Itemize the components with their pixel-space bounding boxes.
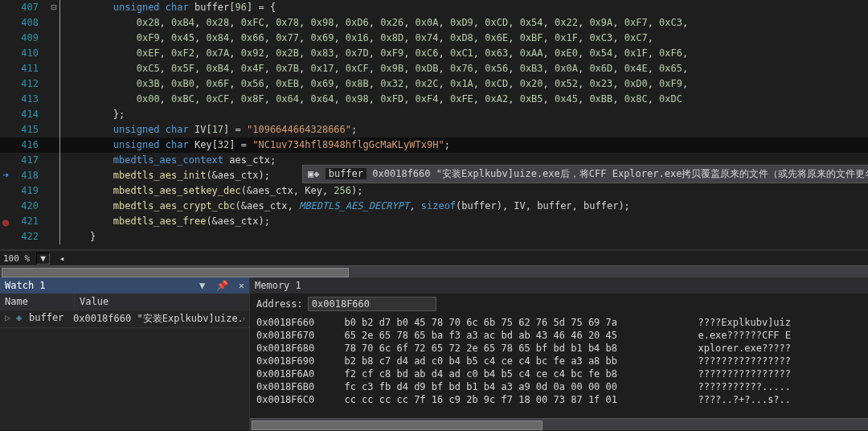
line-number: 412 [0, 76, 48, 92]
code-line[interactable]: 419 mbedtls_aes_setkey_dec(&aes_ctx, Key… [0, 183, 868, 199]
change-bar [59, 76, 65, 92]
code-line[interactable]: 411 0xC5, 0x5F, 0xB4, 0x4F, 0x7B, 0x17, … [0, 61, 868, 76]
code-line[interactable]: 409 0xF9, 0x45, 0x84, 0x66, 0x77, 0x69, … [0, 31, 868, 46]
line-number: 415 [0, 122, 48, 138]
watch-title-bar[interactable]: Watch 1 ▼ 📌 ✕ [0, 277, 249, 293]
zoom-dropdown[interactable]: ▼ [36, 252, 50, 265]
zoom-bar: 100 % ▼ ◂ [0, 250, 868, 265]
memory-row: 0x0018F680 78 70 6c 6f 72 65 72 2e 65 78… [256, 342, 862, 355]
line-number: 408 [0, 15, 48, 31]
hover-tooltip: ▣◈ buffer 0x0018f660 "安装Explkubv]uize.ex… [302, 165, 868, 183]
fold-icon[interactable]: ⊟ [48, 0, 59, 15]
code-line[interactable]: 410 0xEF, 0xF2, 0x7A, 0x92, 0x2B, 0x83, … [0, 46, 868, 61]
code-text: mbedtls_aes_crypt_cbc(&aes_ctx, MBEDTLS_… [65, 199, 868, 214]
line-number: 416 [0, 138, 48, 153]
watch-title: Watch 1 [5, 280, 46, 291]
code-line[interactable]: 415 unsigned char IV[17] = "109664466432… [0, 122, 868, 138]
line-number: 407 [0, 0, 48, 15]
expand-icon[interactable]: ▷ [5, 312, 16, 326]
line-number: 419 [0, 183, 48, 199]
close-icon[interactable]: ✕ [239, 280, 244, 291]
line-number: 414 [0, 107, 48, 122]
change-bar [59, 153, 65, 168]
memory-scrollbar[interactable] [250, 418, 868, 430]
dropdown-icon[interactable]: ▼ [199, 280, 205, 291]
watch-empty-row[interactable] [0, 327, 249, 430]
watch-var-name: buffer [29, 312, 73, 326]
code-text: 0xF9, 0x45, 0x84, 0x66, 0x77, 0x69, 0x16… [65, 31, 868, 46]
memory-scrollbar-thumb[interactable] [252, 421, 542, 430]
code-text: } [65, 229, 868, 244]
fold-icon [48, 31, 59, 46]
code-line[interactable]: 412 0x3B, 0xB0, 0x6F, 0x56, 0xEB, 0x69, … [0, 76, 868, 92]
code-text: mbedtls_aes_free(&aes_ctx); [65, 214, 868, 229]
change-bar [59, 183, 65, 199]
pin-icon[interactable]: 📌 [216, 280, 228, 291]
code-editor[interactable]: 407⊟ unsigned char buffer[96] = {408 0x2… [0, 0, 868, 250]
address-input[interactable] [308, 297, 436, 311]
line-number: 409 [0, 31, 48, 46]
memory-title-bar[interactable]: Memory 1 [250, 277, 868, 293]
fold-icon [48, 107, 59, 122]
change-bar [59, 107, 65, 122]
scroll-left-icon[interactable]: ◂ [56, 253, 68, 264]
fold-icon [48, 76, 59, 92]
watch-var-value: 0x0018f660 "安装Explkubv]uize.exe后，将 [73, 312, 244, 326]
fold-icon [48, 92, 59, 107]
fold-icon [48, 168, 59, 183]
memory-row: 0x0018F690 b2 b8 c7 d4 ad c0 b4 b5 c4 ce… [256, 355, 862, 367]
fold-icon [48, 15, 59, 31]
watch-panel: Watch 1 ▼ 📌 ✕ Name Value ▷ ◈ buffer 0x00… [0, 277, 250, 430]
code-line[interactable]: 421 mbedtls_aes_free(&aes_ctx); [0, 214, 868, 229]
scrollbar-thumb[interactable] [2, 268, 349, 277]
line-number: 413 [0, 92, 48, 107]
tooltip-icon: ▣◈ [308, 168, 319, 179]
fold-icon [48, 61, 59, 76]
code-text: unsigned char Key[32] = "NC1uv734hfl8948… [65, 138, 868, 153]
code-text: 0xEF, 0xF2, 0x7A, 0x92, 0x2B, 0x83, 0x7D… [65, 46, 868, 61]
change-bar [59, 199, 65, 214]
change-bar [59, 61, 65, 76]
memory-dump[interactable]: 0x0018F660 b0 b2 d7 b0 45 78 70 6c 6b 75… [250, 314, 868, 418]
breakpoint-icon[interactable]: ● [0, 216, 11, 228]
fold-icon [48, 199, 59, 214]
line-number: 411 [0, 61, 48, 76]
change-bar [59, 168, 65, 183]
memory-panel: Memory 1 Address: 0x0018F660 b0 b2 d7 b0… [250, 277, 868, 430]
zoom-level: 100 % [0, 253, 33, 264]
line-number: 417 [0, 153, 48, 168]
code-text: unsigned char IV[17] = "1096644664328666… [65, 122, 868, 138]
code-line[interactable]: 407⊟ unsigned char buffer[96] = { [0, 0, 868, 15]
memory-title: Memory 1 [255, 280, 301, 291]
watch-col-value[interactable]: Value [75, 293, 113, 310]
watch-row[interactable]: ▷ ◈ buffer 0x0018f660 "安装Explkubv]uize.e… [0, 310, 249, 327]
fold-icon [48, 153, 59, 168]
watch-col-name[interactable]: Name [0, 293, 75, 310]
code-line[interactable]: 414 }; [0, 107, 868, 122]
change-bar [59, 15, 65, 31]
code-line[interactable]: 422 } [0, 229, 868, 244]
line-number: 420 [0, 199, 48, 214]
line-number: 410 [0, 46, 48, 61]
code-line[interactable]: 420 mbedtls_aes_crypt_cbc(&aes_ctx, MBED… [0, 199, 868, 214]
change-bar [59, 31, 65, 46]
change-bar [59, 229, 65, 244]
code-text: 0x28, 0xB4, 0x28, 0xFC, 0x78, 0x98, 0xD6… [65, 15, 868, 31]
code-line[interactable]: 408 0x28, 0xB4, 0x28, 0xFC, 0x78, 0x98, … [0, 15, 868, 31]
tooltip-value: 0x0018f660 "安装Explkubv]uize.exe后，将CFF Ex… [372, 168, 868, 179]
fold-icon [48, 138, 59, 153]
code-line[interactable]: 416 unsigned char Key[32] = "NC1uv734hfl… [0, 138, 868, 153]
change-bar [59, 214, 65, 229]
address-label: Address: [256, 298, 303, 310]
change-bar [59, 122, 65, 138]
fold-icon [48, 183, 59, 199]
code-text: 0x00, 0xBC, 0xCF, 0x8F, 0x64, 0x64, 0x98… [65, 92, 868, 107]
change-bar [59, 0, 65, 15]
code-line[interactable]: 413 0x00, 0xBC, 0xCF, 0x8F, 0x64, 0x64, … [0, 92, 868, 107]
horizontal-scrollbar[interactable] [0, 265, 868, 277]
memory-row: 0x0018F660 b0 b2 d7 b0 45 78 70 6c 6b 75… [256, 316, 862, 329]
code-text: 0xC5, 0x5F, 0xB4, 0x4F, 0x7B, 0x17, 0xCF… [65, 61, 868, 76]
watch-header: Name Value [0, 293, 249, 310]
change-bar [59, 138, 65, 153]
memory-row: 0x0018F6C0 cc cc cc cc 7f 16 c9 2b 9c f7… [256, 393, 862, 406]
